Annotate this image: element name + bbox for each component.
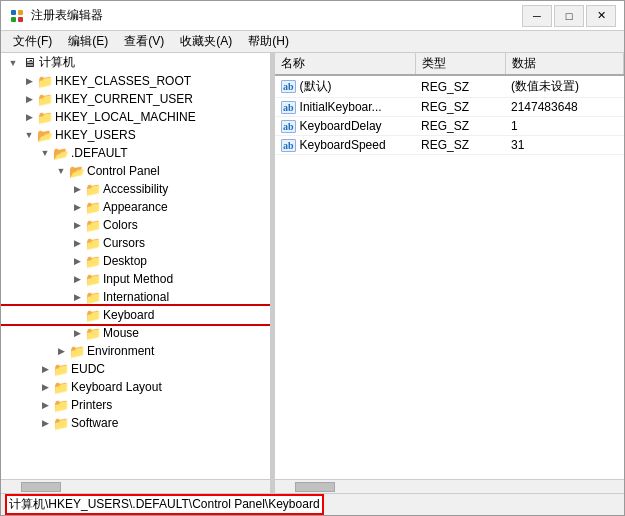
desktop-label: Desktop bbox=[103, 254, 147, 268]
inputmethod-label: Input Method bbox=[103, 272, 173, 286]
tree-item-printers[interactable]: ▶ 📁 Printers bbox=[1, 396, 270, 414]
expand-cursors-icon: ▶ bbox=[69, 235, 85, 251]
table-row[interactable]: abKeyboardSpeedREG_SZ31 bbox=[275, 136, 624, 155]
computer-label: 计算机 bbox=[39, 54, 75, 71]
tree-item-colors[interactable]: ▶ 📁 Colors bbox=[1, 216, 270, 234]
svg-rect-0 bbox=[11, 10, 16, 15]
cell-name: abKeyboardDelay bbox=[275, 117, 415, 136]
status-path: 计算机\HKEY_USERS\.DEFAULT\Control Panel\Ke… bbox=[5, 494, 324, 515]
right-hscroll-bar[interactable] bbox=[275, 480, 624, 494]
folder-desktop-icon: 📁 bbox=[85, 253, 101, 269]
tree-item-hklm[interactable]: ▶ 📁 HKEY_LOCAL_MACHINE bbox=[1, 108, 270, 126]
tree-item-cursors[interactable]: ▶ 📁 Cursors bbox=[1, 234, 270, 252]
tree-item-default[interactable]: ▼ 📂 .DEFAULT bbox=[1, 144, 270, 162]
folder-default-icon: 📂 bbox=[53, 145, 69, 161]
table-row[interactable]: abInitialKeyboar...REG_SZ2147483648 bbox=[275, 98, 624, 117]
expand-international-icon: ▶ bbox=[69, 289, 85, 305]
expand-printers-icon: ▶ bbox=[37, 397, 53, 413]
folder-keyboard-icon: 📁 bbox=[85, 307, 101, 323]
tree-pane: ▼ 🖥 计算机 ▶ 📁 HKEY_CLASSES_ROOT ▶ 📁 HKEY_C… bbox=[1, 53, 271, 493]
accessibility-label: Accessibility bbox=[103, 182, 168, 196]
cell-data: 2147483648 bbox=[505, 98, 624, 117]
col-name[interactable]: 名称 bbox=[275, 53, 415, 75]
status-bar: 计算机\HKEY_USERS\.DEFAULT\Control Panel\Ke… bbox=[1, 493, 624, 515]
expand-eudc-icon: ▶ bbox=[37, 361, 53, 377]
tree-item-appearance[interactable]: ▶ 📁 Appearance bbox=[1, 198, 270, 216]
tree-item-software[interactable]: ▶ 📁 Software bbox=[1, 414, 270, 432]
maximize-button[interactable]: □ bbox=[554, 5, 584, 27]
expand-keyboardlayout-icon: ▶ bbox=[37, 379, 53, 395]
title-bar: 注册表编辑器 ─ □ ✕ bbox=[1, 1, 624, 31]
menu-favorites[interactable]: 收藏夹(A) bbox=[172, 31, 240, 52]
folder-controlpanel-icon: 📂 bbox=[69, 163, 85, 179]
tree-item-mouse[interactable]: ▶ 📁 Mouse bbox=[1, 324, 270, 342]
expand-controlpanel-icon: ▼ bbox=[53, 163, 69, 179]
menu-edit[interactable]: 编辑(E) bbox=[60, 31, 116, 52]
hku-label: HKEY_USERS bbox=[55, 128, 136, 142]
expand-desktop-icon: ▶ bbox=[69, 253, 85, 269]
menu-file[interactable]: 文件(F) bbox=[5, 31, 60, 52]
menu-bar: 文件(F) 编辑(E) 查看(V) 收藏夹(A) 帮助(H) bbox=[1, 31, 624, 53]
cell-name: abKeyboardSpeed bbox=[275, 136, 415, 155]
menu-help[interactable]: 帮助(H) bbox=[240, 31, 297, 52]
tree-item-desktop[interactable]: ▶ 📁 Desktop bbox=[1, 252, 270, 270]
cell-type: REG_SZ bbox=[415, 75, 505, 98]
right-pane-hscroll[interactable] bbox=[275, 479, 624, 493]
folder-hklm-icon: 📁 bbox=[37, 109, 53, 125]
tree-item-hkcu[interactable]: ▶ 📁 HKEY_CURRENT_USER bbox=[1, 90, 270, 108]
appearance-label: Appearance bbox=[103, 200, 168, 214]
tree-item-controlpanel[interactable]: ▼ 📂 Control Panel bbox=[1, 162, 270, 180]
window-title: 注册表编辑器 bbox=[31, 7, 522, 24]
right-hscroll-thumb[interactable] bbox=[295, 482, 335, 492]
expand-computer-icon: ▼ bbox=[5, 55, 21, 71]
tree-item-keyboardlayout[interactable]: ▶ 📁 Keyboard Layout bbox=[1, 378, 270, 396]
tree-item-accessibility[interactable]: ▶ 📁 Accessibility bbox=[1, 180, 270, 198]
expand-mouse-icon: ▶ bbox=[69, 325, 85, 341]
cell-data: 31 bbox=[505, 136, 624, 155]
expand-software-icon: ▶ bbox=[37, 415, 53, 431]
controlpanel-label: Control Panel bbox=[87, 164, 160, 178]
left-hscroll-bar[interactable] bbox=[1, 480, 270, 494]
cell-data: 1 bbox=[505, 117, 624, 136]
cursors-label: Cursors bbox=[103, 236, 145, 250]
folder-hkcr-icon: 📁 bbox=[37, 73, 53, 89]
value-scroll[interactable]: 名称 类型 数据 ab(默认)REG_SZ(数值未设置)abInitialKey… bbox=[275, 53, 624, 479]
cell-type: REG_SZ bbox=[415, 117, 505, 136]
folder-appearance-icon: 📁 bbox=[85, 199, 101, 215]
col-data[interactable]: 数据 bbox=[505, 53, 624, 75]
tree-item-keyboard[interactable]: ▶ 📁 Keyboard bbox=[1, 306, 270, 324]
expand-hku-icon: ▼ bbox=[21, 127, 37, 143]
cell-name: abInitialKeyboar... bbox=[275, 98, 415, 117]
tree-item-inputmethod[interactable]: ▶ 📁 Input Method bbox=[1, 270, 270, 288]
tree-scroll[interactable]: ▼ 🖥 计算机 ▶ 📁 HKEY_CLASSES_ROOT ▶ 📁 HKEY_C… bbox=[1, 53, 270, 479]
expand-hklm-icon: ▶ bbox=[21, 109, 37, 125]
app-icon bbox=[9, 8, 25, 24]
computer-icon: 🖥 bbox=[21, 55, 37, 71]
left-pane-hscroll[interactable] bbox=[1, 479, 270, 493]
main-content: ▼ 🖥 计算机 ▶ 📁 HKEY_CLASSES_ROOT ▶ 📁 HKEY_C… bbox=[1, 53, 624, 493]
expand-environment-icon: ▶ bbox=[53, 343, 69, 359]
tree-item-hkcr[interactable]: ▶ 📁 HKEY_CLASSES_ROOT bbox=[1, 72, 270, 90]
tree-item-international[interactable]: ▶ 📁 International bbox=[1, 288, 270, 306]
cell-type: REG_SZ bbox=[415, 136, 505, 155]
tree-item-environment[interactable]: ▶ 📁 Environment bbox=[1, 342, 270, 360]
folder-hku-icon: 📂 bbox=[37, 127, 53, 143]
left-hscroll-thumb[interactable] bbox=[21, 482, 61, 492]
tree-item-eudc[interactable]: ▶ 📁 EUDC bbox=[1, 360, 270, 378]
tree-item-computer[interactable]: ▼ 🖥 计算机 bbox=[1, 53, 270, 72]
folder-eudc-icon: 📁 bbox=[53, 361, 69, 377]
menu-view[interactable]: 查看(V) bbox=[116, 31, 172, 52]
table-row[interactable]: abKeyboardDelayREG_SZ1 bbox=[275, 117, 624, 136]
tree-item-hku[interactable]: ▼ 📂 HKEY_USERS bbox=[1, 126, 270, 144]
international-label: International bbox=[103, 290, 169, 304]
svg-rect-2 bbox=[11, 17, 16, 22]
minimize-button[interactable]: ─ bbox=[522, 5, 552, 27]
col-type[interactable]: 类型 bbox=[415, 53, 505, 75]
table-row[interactable]: ab(默认)REG_SZ(数值未设置) bbox=[275, 75, 624, 98]
hkcr-label: HKEY_CLASSES_ROOT bbox=[55, 74, 191, 88]
printers-label: Printers bbox=[71, 398, 112, 412]
keyboard-label: Keyboard bbox=[103, 308, 154, 322]
expand-hkcu-icon: ▶ bbox=[21, 91, 37, 107]
close-button[interactable]: ✕ bbox=[586, 5, 616, 27]
eudc-label: EUDC bbox=[71, 362, 105, 376]
